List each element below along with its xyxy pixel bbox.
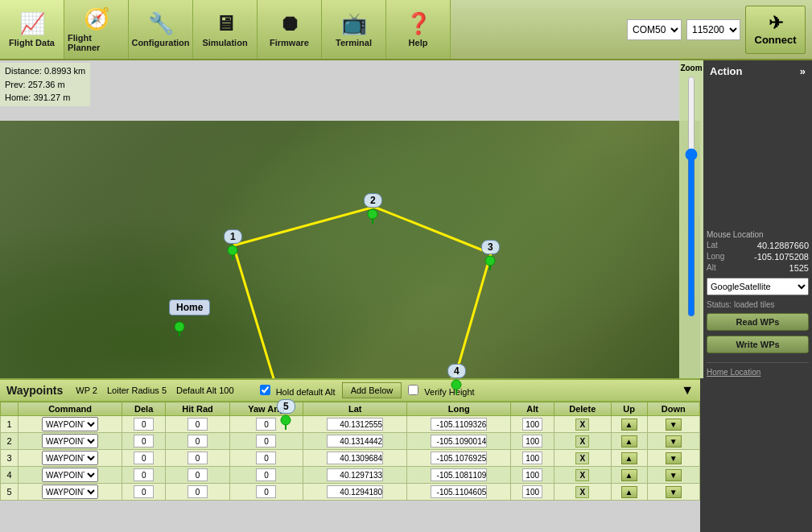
row-down[interactable]: ▼ [647,416,699,433]
row-yaw-ang[interactable] [229,467,303,484]
terminal-button[interactable]: 📺 Terminal [322,0,386,59]
hit-rad-input[interactable] [188,485,208,498]
row-alt[interactable] [511,467,554,484]
flight-data-button[interactable]: 📈 Flight Data [0,0,64,59]
home-marker[interactable]: Home [169,299,210,315]
hit-rad-input[interactable] [188,468,208,481]
up-button[interactable]: ▲ [621,469,637,481]
row-command[interactable]: WAYPOINT LOITER_TIME LOITER_TURNS RETURN… [19,484,122,501]
up-button[interactable]: ▲ [621,452,637,464]
firmware-button[interactable]: ⏺ Firmware [258,0,322,59]
dela-input[interactable] [134,452,154,464]
row-lat[interactable] [303,484,407,501]
up-button[interactable]: ▲ [621,419,637,431]
delete-button[interactable]: X [575,452,589,464]
alt-input[interactable] [522,485,542,498]
row-hit-rad[interactable] [166,467,230,484]
row-command[interactable]: WAYPOINT LOITER_TIME LOITER_TURNS RETURN… [19,467,122,484]
hit-rad-input[interactable] [188,435,208,447]
row-delete[interactable]: X [554,433,611,450]
down-button[interactable]: ▼ [666,419,682,431]
connect-button[interactable]: ✈ Connect [745,6,806,54]
yaw-ang-input[interactable] [256,468,276,481]
row-delete[interactable]: X [554,484,611,501]
row-down[interactable]: ▼ [647,484,699,501]
row-down[interactable]: ▼ [647,433,699,450]
flight-planner-button[interactable]: 🧭 Flight Planner [64,0,129,59]
dela-input[interactable] [134,485,154,498]
waypoint-2-marker[interactable]: 2 [364,193,382,224]
waypoints-table-container[interactable]: Command Dela Hit Rad Yaw Ang Lat Long Al… [0,402,700,501]
row-lat[interactable] [303,416,407,433]
row-alt[interactable] [511,450,554,467]
lat-input[interactable] [327,435,383,447]
down-button[interactable]: ▼ [666,469,682,481]
configuration-button[interactable]: 🔧 Configuration [129,0,193,59]
help-button[interactable]: ❓ Help [386,0,451,59]
row-long[interactable] [407,450,511,467]
row-lat[interactable] [303,433,407,450]
down-button[interactable]: ▼ [666,435,682,447]
command-select[interactable]: WAYPOINT LOITER_TIME LOITER_TURNS RETURN… [42,451,98,465]
row-alt[interactable] [511,433,554,450]
row-down[interactable]: ▼ [647,467,699,484]
waypoint-3-marker[interactable]: 3 [481,240,500,270]
delete-button[interactable]: X [575,419,589,431]
row-up[interactable]: ▲ [611,416,647,433]
alt-input[interactable] [522,468,542,481]
row-dela[interactable] [122,484,166,501]
row-up[interactable]: ▲ [611,433,647,450]
delete-button[interactable]: X [575,486,589,498]
row-alt[interactable] [511,484,554,501]
down-button[interactable]: ▼ [666,486,682,498]
dela-input[interactable] [134,468,154,481]
long-input[interactable] [431,435,487,447]
baud-rate-select[interactable]: 1152005760038400 [686,19,740,40]
zoom-slider[interactable] [683,76,699,317]
map-type-select[interactable]: GoogleSatellite GoogleHybrid GoogleMap O… [707,278,809,295]
row-up[interactable]: ▲ [611,450,647,467]
lat-input[interactable] [327,452,383,464]
alt-input[interactable] [522,435,542,447]
yaw-ang-input[interactable] [256,485,276,498]
row-dela[interactable] [122,433,166,450]
delete-button[interactable]: X [575,435,589,447]
yaw-ang-input[interactable] [256,435,276,447]
row-delete[interactable]: X [554,467,611,484]
waypoint-4-marker[interactable]: 4 [447,364,466,394]
row-up[interactable]: ▲ [611,484,647,501]
row-delete[interactable]: X [554,416,611,433]
long-input[interactable] [431,452,487,464]
up-button[interactable]: ▲ [621,435,637,447]
row-dela[interactable] [122,450,166,467]
waypoint-5-marker[interactable]: 5 [277,399,295,430]
alt-input[interactable] [522,418,542,431]
row-long[interactable] [407,416,511,433]
down-button[interactable]: ▼ [666,452,682,464]
hit-rad-input[interactable] [188,452,208,464]
row-long[interactable] [407,433,511,450]
hit-rad-input[interactable] [188,418,208,431]
row-delete[interactable]: X [554,450,611,467]
row-down[interactable]: ▼ [647,450,699,467]
row-dela[interactable] [122,416,166,433]
row-hit-rad[interactable] [166,416,230,433]
row-yaw-ang[interactable] [229,450,303,467]
action-collapse-btn[interactable]: » [800,65,806,77]
long-input[interactable] [431,468,487,481]
yaw-ang-input[interactable] [256,452,276,464]
row-dela[interactable] [122,467,166,484]
row-command[interactable]: WAYPOINT LOITER_TIME LOITER_TURNS RETURN… [19,433,122,450]
command-select[interactable]: WAYPOINT LOITER_TIME LOITER_TURNS RETURN… [42,468,98,482]
up-button[interactable]: ▲ [621,486,637,498]
row-hit-rad[interactable] [166,433,230,450]
long-input[interactable] [431,418,487,431]
row-lat[interactable] [303,467,407,484]
delete-button[interactable]: X [575,469,589,481]
dela-input[interactable] [134,435,154,447]
alt-input[interactable] [522,452,542,464]
read-wps-button[interactable]: Read WPs [707,313,809,331]
hold-default-alt-checkbox[interactable] [260,385,270,395]
write-wps-button[interactable]: Write WPs [707,336,809,353]
simulation-button[interactable]: 🖥 Simulation [193,0,258,59]
